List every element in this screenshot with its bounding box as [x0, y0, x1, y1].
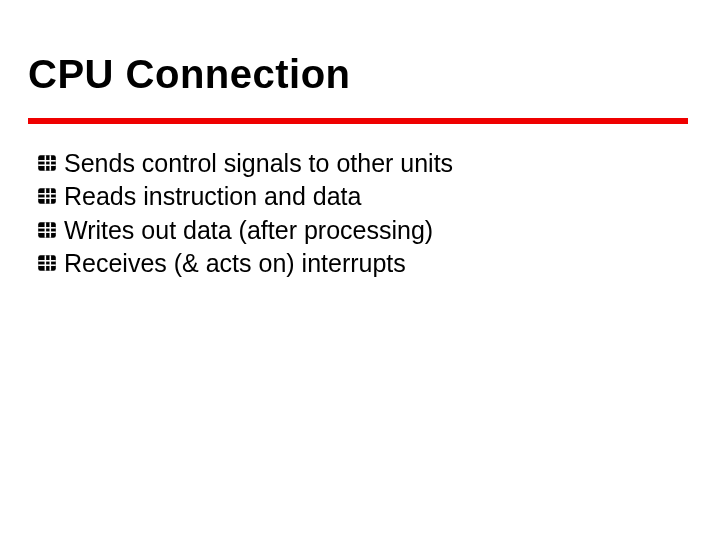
bullet-text: Writes out data (after processing) [64, 215, 433, 246]
svg-rect-10 [38, 222, 56, 237]
bullet-icon [36, 252, 58, 274]
svg-rect-15 [38, 255, 56, 270]
bullet-icon [36, 219, 58, 241]
slide-body: Sends control signals to other units Rea… [36, 148, 676, 281]
bullet-text: Sends control signals to other units [64, 148, 453, 179]
bullet-text: Reads instruction and data [64, 181, 361, 212]
list-item: Receives (& acts on) interrupts [36, 248, 676, 279]
list-item: Writes out data (after processing) [36, 215, 676, 246]
slide-title: CPU Connection [28, 52, 351, 97]
bullet-icon [36, 185, 58, 207]
list-item: Sends control signals to other units [36, 148, 676, 179]
bullet-icon [36, 152, 58, 174]
list-item: Reads instruction and data [36, 181, 676, 212]
title-divider [28, 118, 688, 124]
slide: CPU Connection Sends control signals to … [0, 0, 720, 540]
svg-rect-5 [38, 189, 56, 204]
svg-rect-0 [38, 155, 56, 170]
bullet-text: Receives (& acts on) interrupts [64, 248, 406, 279]
